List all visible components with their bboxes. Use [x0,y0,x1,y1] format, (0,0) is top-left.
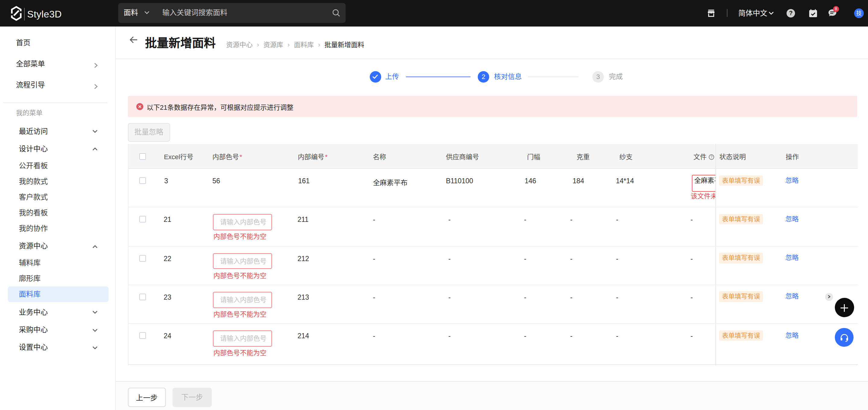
svg-text:?: ? [710,155,712,159]
